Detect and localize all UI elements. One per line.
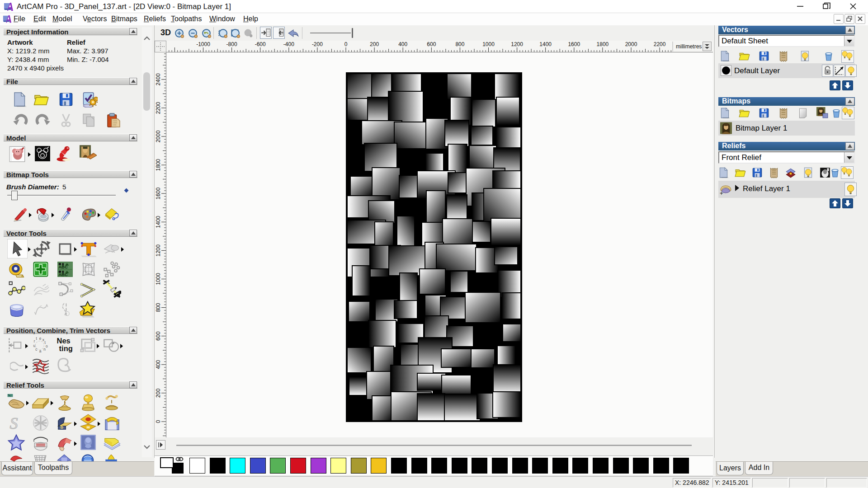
svg-text:S: S [10, 414, 18, 432]
svg-text:1000: 1000 [482, 41, 495, 47]
svg-text:600: 600 [155, 331, 161, 340]
svg-text:-200: -200 [312, 41, 323, 47]
svg-text:e: e [39, 336, 42, 341]
svg-text:-1000: -1000 [196, 41, 210, 47]
svg-text:-600: -600 [255, 41, 266, 47]
svg-text:ABC: ABC [58, 272, 68, 277]
svg-text:+: + [720, 190, 723, 196]
svg-text:400: 400 [155, 360, 161, 369]
svg-text:200: 200 [155, 389, 161, 398]
svg-text:2200: 2200 [654, 41, 666, 47]
svg-text:1200: 1200 [511, 41, 523, 47]
svg-text:1600: 1600 [568, 41, 580, 47]
svg-text:ABC: ABC [58, 264, 68, 269]
svg-text:millimetres: millimetres [676, 43, 702, 50]
svg-text:0: 0 [155, 420, 161, 423]
svg-text:2200: 2200 [155, 102, 161, 114]
svg-text:0: 0 [344, 41, 348, 47]
svg-text:2000: 2000 [155, 130, 161, 142]
svg-text:1400: 1400 [155, 216, 161, 228]
svg-text:800: 800 [155, 303, 161, 312]
svg-text:600: 600 [427, 41, 436, 47]
svg-text:o: o [46, 344, 48, 348]
svg-text:1200: 1200 [155, 244, 161, 257]
svg-text:n: n [43, 347, 46, 352]
svg-text:Nes: Nes [57, 337, 71, 345]
svg-text:b: b [61, 424, 64, 430]
svg-text:1400: 1400 [539, 41, 552, 47]
svg-text:2400: 2400 [155, 73, 161, 85]
svg-text:c: c [35, 347, 37, 352]
svg-text:u: u [33, 343, 36, 348]
svg-text:-400: -400 [283, 41, 294, 47]
svg-text:ting: ting [59, 344, 73, 352]
svg-text:-800: -800 [226, 41, 237, 47]
svg-text:400: 400 [398, 41, 407, 47]
svg-text:200: 200 [370, 41, 379, 47]
svg-text:1800: 1800 [155, 159, 161, 171]
svg-text:1000: 1000 [155, 273, 161, 285]
svg-text:1800: 1800 [597, 41, 609, 47]
svg-text:800: 800 [455, 41, 464, 47]
svg-text:2000: 2000 [625, 41, 637, 47]
svg-text:t: t [36, 336, 38, 341]
svg-text:r: r [34, 339, 35, 343]
svg-text:1600: 1600 [155, 188, 161, 200]
